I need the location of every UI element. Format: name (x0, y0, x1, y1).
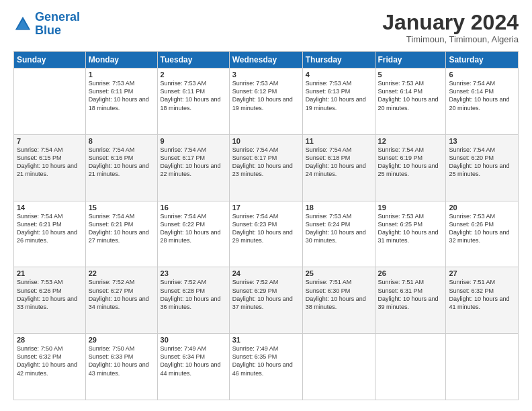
calendar-cell: 11Sunrise: 7:54 AMSunset: 6:18 PMDayligh… (302, 134, 375, 201)
day-info: Sunrise: 7:54 AMSunset: 6:21 PMDaylight:… (17, 212, 83, 245)
day-info: Sunrise: 7:54 AMSunset: 6:18 PMDaylight:… (306, 146, 372, 179)
day-info: Sunrise: 7:53 AMSunset: 6:14 PMDaylight:… (378, 79, 443, 112)
calendar-cell: 30Sunrise: 7:49 AMSunset: 6:34 PMDayligh… (157, 334, 229, 400)
day-number: 19 (378, 203, 443, 212)
day-number: 25 (306, 269, 372, 277)
day-number: 21 (17, 269, 83, 277)
day-number: 17 (232, 203, 300, 212)
day-number: 2 (161, 71, 226, 79)
day-info: Sunrise: 7:49 AMSunset: 6:35 PMDaylight:… (232, 345, 300, 377)
day-number: 10 (232, 137, 300, 145)
day-info: Sunrise: 7:50 AMSunset: 6:33 PMDaylight:… (89, 345, 154, 377)
calendar-cell: 23Sunrise: 7:52 AMSunset: 6:28 PMDayligh… (157, 267, 229, 334)
day-number: 22 (89, 269, 154, 277)
day-number: 8 (89, 137, 154, 145)
day-info: Sunrise: 7:54 AMSunset: 6:16 PMDaylight:… (89, 146, 154, 179)
calendar-week-3: 14Sunrise: 7:54 AMSunset: 6:21 PMDayligh… (14, 201, 519, 267)
calendar-header-row: SundayMondayTuesdayWednesdayThursdayFrid… (14, 52, 519, 68)
col-header-wednesday: Wednesday (229, 52, 302, 68)
calendar-cell: 3Sunrise: 7:53 AMSunset: 6:12 PMDaylight… (229, 68, 302, 135)
day-info: Sunrise: 7:49 AMSunset: 6:34 PMDaylight:… (161, 345, 226, 377)
day-number: 3 (232, 71, 300, 79)
day-info: Sunrise: 7:51 AMSunset: 6:31 PMDaylight:… (378, 278, 443, 311)
calendar-week-5: 28Sunrise: 7:50 AMSunset: 6:32 PMDayligh… (14, 334, 519, 400)
calendar-cell: 27Sunrise: 7:51 AMSunset: 6:32 PMDayligh… (446, 267, 519, 334)
calendar-week-4: 21Sunrise: 7:53 AMSunset: 6:26 PMDayligh… (14, 267, 519, 334)
calendar-cell: 26Sunrise: 7:51 AMSunset: 6:31 PMDayligh… (375, 267, 446, 334)
day-info: Sunrise: 7:54 AMSunset: 6:22 PMDaylight:… (161, 212, 226, 245)
day-info: Sunrise: 7:51 AMSunset: 6:32 PMDaylight:… (449, 278, 515, 311)
logo-blue: Blue (35, 24, 61, 37)
day-info: Sunrise: 7:53 AMSunset: 6:24 PMDaylight:… (306, 212, 372, 245)
calendar-cell: 14Sunrise: 7:54 AMSunset: 6:21 PMDayligh… (14, 201, 86, 267)
calendar-cell: 8Sunrise: 7:54 AMSunset: 6:16 PMDaylight… (85, 134, 157, 201)
day-number: 27 (449, 269, 515, 277)
col-header-friday: Friday (375, 52, 446, 68)
calendar-cell: 4Sunrise: 7:53 AMSunset: 6:13 PMDaylight… (302, 68, 375, 135)
logo-text: General Blue (35, 11, 80, 38)
day-number: 18 (306, 203, 372, 212)
day-info: Sunrise: 7:52 AMSunset: 6:27 PMDaylight:… (89, 278, 154, 311)
calendar-week-2: 7Sunrise: 7:54 AMSunset: 6:15 PMDaylight… (14, 134, 519, 201)
day-number: 6 (449, 71, 515, 79)
day-number: 30 (161, 336, 226, 344)
logo-icon (13, 15, 32, 34)
calendar-cell (14, 68, 86, 135)
day-info: Sunrise: 7:53 AMSunset: 6:26 PMDaylight:… (449, 212, 515, 245)
calendar-cell: 2Sunrise: 7:53 AMSunset: 6:11 PMDaylight… (157, 68, 229, 135)
col-header-monday: Monday (85, 52, 157, 68)
title-block: January 2024 Timimoun, Timimoun, Algeria (382, 11, 519, 44)
calendar-cell: 5Sunrise: 7:53 AMSunset: 6:14 PMDaylight… (375, 68, 446, 135)
col-header-tuesday: Tuesday (157, 52, 229, 68)
calendar-cell: 18Sunrise: 7:53 AMSunset: 6:24 PMDayligh… (302, 201, 375, 267)
calendar-cell: 12Sunrise: 7:54 AMSunset: 6:19 PMDayligh… (375, 134, 446, 201)
day-number: 1 (89, 71, 154, 79)
location-subtitle: Timimoun, Timimoun, Algeria (382, 34, 519, 44)
month-title: January 2024 (382, 11, 519, 34)
calendar-cell: 22Sunrise: 7:52 AMSunset: 6:27 PMDayligh… (85, 267, 157, 334)
day-number: 4 (306, 71, 372, 79)
calendar-cell: 25Sunrise: 7:51 AMSunset: 6:30 PMDayligh… (302, 267, 375, 334)
calendar-cell: 15Sunrise: 7:54 AMSunset: 6:21 PMDayligh… (85, 201, 157, 267)
day-info: Sunrise: 7:54 AMSunset: 6:19 PMDaylight:… (378, 146, 443, 179)
calendar-cell: 16Sunrise: 7:54 AMSunset: 6:22 PMDayligh… (157, 201, 229, 267)
day-number: 5 (378, 71, 443, 79)
col-header-saturday: Saturday (446, 52, 519, 68)
calendar-cell: 19Sunrise: 7:53 AMSunset: 6:25 PMDayligh… (375, 201, 446, 267)
day-number: 16 (161, 203, 226, 212)
calendar-cell: 20Sunrise: 7:53 AMSunset: 6:26 PMDayligh… (446, 201, 519, 267)
calendar-cell: 29Sunrise: 7:50 AMSunset: 6:33 PMDayligh… (85, 334, 157, 400)
day-info: Sunrise: 7:54 AMSunset: 6:17 PMDaylight:… (161, 146, 226, 179)
calendar-week-1: 1Sunrise: 7:53 AMSunset: 6:11 PMDaylight… (14, 68, 519, 135)
day-number: 12 (378, 137, 443, 145)
day-info: Sunrise: 7:52 AMSunset: 6:29 PMDaylight:… (232, 278, 300, 311)
logo: General Blue (13, 11, 80, 38)
day-number: 14 (17, 203, 83, 212)
day-info: Sunrise: 7:54 AMSunset: 6:15 PMDaylight:… (17, 146, 83, 179)
day-info: Sunrise: 7:54 AMSunset: 6:14 PMDaylight:… (449, 79, 515, 112)
logo-general: General (35, 10, 80, 24)
calendar-cell: 9Sunrise: 7:54 AMSunset: 6:17 PMDaylight… (157, 134, 229, 201)
day-number: 15 (89, 203, 154, 212)
day-info: Sunrise: 7:53 AMSunset: 6:11 PMDaylight:… (89, 79, 154, 112)
day-number: 7 (17, 137, 83, 145)
day-number: 28 (17, 336, 83, 344)
day-info: Sunrise: 7:50 AMSunset: 6:32 PMDaylight:… (17, 345, 83, 377)
calendar-cell: 17Sunrise: 7:54 AMSunset: 6:23 PMDayligh… (229, 201, 302, 267)
day-number: 13 (449, 137, 515, 145)
col-header-sunday: Sunday (14, 52, 86, 68)
col-header-thursday: Thursday (302, 52, 375, 68)
calendar-cell (446, 334, 519, 400)
calendar-cell: 13Sunrise: 7:54 AMSunset: 6:20 PMDayligh… (446, 134, 519, 201)
calendar-cell: 28Sunrise: 7:50 AMSunset: 6:32 PMDayligh… (14, 334, 86, 400)
day-number: 24 (232, 269, 300, 277)
day-info: Sunrise: 7:54 AMSunset: 6:17 PMDaylight:… (232, 146, 300, 179)
day-number: 26 (378, 269, 443, 277)
day-info: Sunrise: 7:52 AMSunset: 6:28 PMDaylight:… (161, 278, 226, 311)
day-number: 23 (161, 269, 226, 277)
day-info: Sunrise: 7:53 AMSunset: 6:11 PMDaylight:… (161, 79, 226, 112)
day-info: Sunrise: 7:54 AMSunset: 6:23 PMDaylight:… (232, 212, 300, 245)
page: General Blue January 2024 Timimoun, Timi… (0, 0, 532, 411)
calendar-cell: 6Sunrise: 7:54 AMSunset: 6:14 PMDaylight… (446, 68, 519, 135)
day-number: 20 (449, 203, 515, 212)
